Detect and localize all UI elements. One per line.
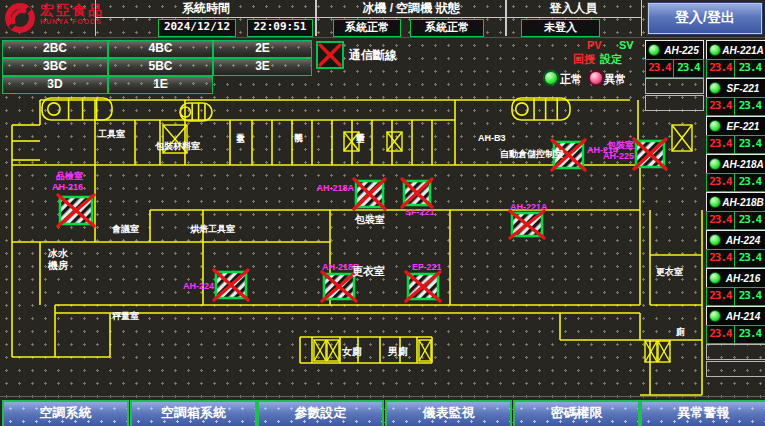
equipment-name: AH-218B <box>721 197 765 208</box>
equipment-name: AH-216 <box>721 273 765 284</box>
equipment-plate-ah-216[interactable]: AH-216 <box>706 268 765 288</box>
nav-button-6[interactable]: 異常警報 <box>640 400 765 426</box>
sv-value: 23.4 <box>734 249 765 268</box>
damper-x-icon <box>658 341 670 362</box>
pv-value: 23.4 <box>706 287 735 306</box>
login-user-label: 登入人員 <box>506 0 641 18</box>
equipment-plate-ah-221a[interactable]: AH-221A <box>706 40 765 60</box>
floor-button-3d[interactable]: 3D <box>2 76 108 94</box>
floor-button-5bc[interactable]: 5BC <box>108 58 213 76</box>
pv-value: 23.4 <box>706 249 735 268</box>
equipment-name: AH-218A <box>721 159 765 170</box>
status-led <box>709 44 721 56</box>
fault-equipment-icon-ef-221[interactable] <box>406 272 440 301</box>
empty-plate <box>706 344 765 360</box>
status-led <box>648 44 660 56</box>
sv-label: SV <box>619 39 634 51</box>
pv-value: 23.4 <box>706 173 735 192</box>
pv-value: 23.4 <box>706 211 735 230</box>
equipment-plate-ef-221[interactable]: EF-221 <box>706 116 765 136</box>
login-logout-button[interactable]: 登入/登出 <box>648 3 762 34</box>
floor-button-1e[interactable]: 1E <box>108 76 213 94</box>
map-label: AH-216 <box>52 182 83 192</box>
floor-button-4bc[interactable]: 4BC <box>108 40 213 58</box>
equipment-plate-ah-225[interactable]: AH-225 <box>645 40 704 60</box>
map-label: 洗手間 <box>294 133 304 142</box>
map-label: 更衣室 <box>656 267 683 277</box>
equipment-name: AH-224 <box>721 235 765 246</box>
time-display: 22:09:51 <box>247 19 313 37</box>
status-led <box>709 82 721 94</box>
system-time-section: 系統時間 2024/12/12 22:09:51 <box>95 0 317 36</box>
nav-button-4[interactable]: 儀表監視 <box>385 400 512 426</box>
machine-status-section: 冰機 / 空調機 狀態 系統正常 系統正常 <box>315 0 507 36</box>
nav-button-3[interactable]: 參數設定 <box>257 400 384 426</box>
map-label: AH-224 <box>183 281 214 291</box>
equipment-plate-ah-218b[interactable]: AH-218B <box>706 192 765 212</box>
equipment-plate-ah-214[interactable]: AH-214 <box>706 306 765 326</box>
map-label: 自動倉儲控制室 <box>500 149 563 159</box>
fault-equipment-icon-sf-221[interactable] <box>402 179 432 207</box>
equipment-name: EF-221 <box>721 121 765 132</box>
map-label: 更衣室 <box>236 133 246 143</box>
system-time-label: 系統時間 <box>96 0 316 18</box>
nav-button-2[interactable]: 空調箱系統 <box>130 400 257 426</box>
damper-x-icon <box>314 340 326 361</box>
fault-equipment-icon-ah-218a[interactable] <box>354 179 385 209</box>
pv-value: 23.4 <box>645 59 674 78</box>
hmi-screen: { "header": { "logo": {"line1": "宏亞食品", … <box>0 0 765 426</box>
stair-icon <box>42 98 112 120</box>
map-label: 包裝室 <box>354 214 385 225</box>
abnormal-led <box>589 71 603 85</box>
fault-equipment-icon-ah-216[interactable] <box>58 195 94 226</box>
pv-value: 23.4 <box>706 135 735 154</box>
fault-equipment-icon-ah-218b[interactable] <box>322 272 356 301</box>
login-user-section: 登入人員 未登入 <box>505 0 642 36</box>
equipment-plate-sf-221[interactable]: SF-221 <box>706 78 765 98</box>
normal-led <box>544 71 558 85</box>
damper-x-icon <box>645 341 657 362</box>
comm-offline-icon <box>316 41 344 69</box>
fault-equipment-icon-ah-224[interactable] <box>214 270 248 300</box>
floor-button-2bc[interactable]: 2BC <box>2 40 108 58</box>
map-label: AH-225 <box>603 151 634 161</box>
equipment-name: SF-221 <box>721 83 765 94</box>
map-label: 會議室 <box>111 224 139 234</box>
equipment-plate-ah-218a[interactable]: AH-218A <box>706 154 765 174</box>
pv-label: PV <box>587 39 602 51</box>
sv-value: 23.4 <box>734 325 765 344</box>
damper-x-icon <box>387 132 402 151</box>
status-led <box>709 120 721 132</box>
nav-button-1[interactable]: 空調系統 <box>2 400 129 426</box>
status-led <box>709 196 721 208</box>
equipment-name: AH-221A <box>721 45 765 56</box>
nav-button-5[interactable]: 密碼權限 <box>513 400 640 426</box>
abnormal-label: 異常 <box>604 72 626 87</box>
map-label: EF-221 <box>412 262 442 272</box>
ac-status-value: 系統正常 <box>410 19 484 37</box>
normal-label: 正常 <box>560 72 582 87</box>
map-label: 包裝室 <box>606 140 634 150</box>
floor-button-3e[interactable]: 3E <box>213 58 312 76</box>
damper-x-icon <box>672 125 692 151</box>
floor-button-3bc[interactable]: 3BC <box>2 58 108 76</box>
floor-button-2e[interactable]: 2E <box>213 40 312 58</box>
setting-label: 設定 <box>600 52 622 67</box>
damper-x-icon <box>419 340 431 361</box>
pv-value: 23.4 <box>706 325 735 344</box>
chiller-status-value: 系統正常 <box>333 19 401 37</box>
fault-equipment-icon-ah-221a[interactable] <box>510 211 544 238</box>
fault-equipment-icon-ah-225[interactable] <box>634 139 666 169</box>
equipment-plate-ah-224[interactable]: AH-224 <box>706 230 765 250</box>
sv-value: 23.4 <box>734 287 765 306</box>
map-label: 烘焙工具室 <box>189 224 235 234</box>
sv-value: 23.4 <box>734 97 765 116</box>
map-label: AH-218A <box>316 183 354 193</box>
floor-plan-map: 品檢室AH-216AH-224AH-218BEF-221AH-218ASF-22… <box>0 95 704 400</box>
map-label: 女廁 <box>341 346 362 357</box>
status-led <box>709 158 721 170</box>
comm-offline-label: 通信斷線 <box>349 47 397 64</box>
map-label: 工具室 <box>98 129 125 139</box>
map-label: 秤量室 <box>111 311 139 321</box>
pv-value: 23.4 <box>706 59 735 78</box>
